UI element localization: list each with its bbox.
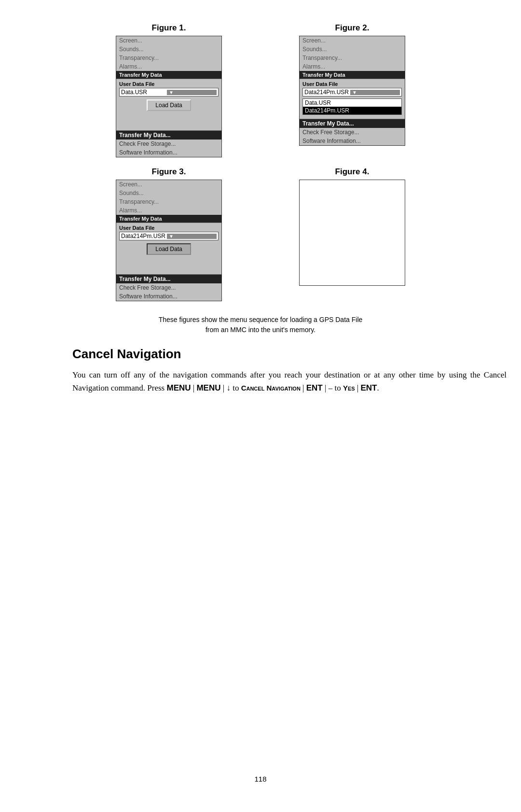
figure-4-cell: Figure 4. [260,163,444,307]
figures-caption: These figures show the menu sequence for… [77,315,444,335]
figure-3-cell: Figure 3. Screen... Sounds... Transparen… [77,163,260,307]
figure-1-menu: Screen... Sounds... Transparency... Alar… [116,36,222,157]
fig2-bottom: Transfer My Data... Check Free Storage..… [300,119,405,145]
figure-4-box [299,180,405,286]
page-number: 118 [254,756,266,783]
figure-2-menu: Screen... Sounds... Transparency... Alar… [299,36,405,146]
fig1-bottom-software[interactable]: Software Information... [116,148,221,157]
fig1-load-button[interactable]: Load Data [147,99,191,111]
figure-1-cell: Figure 1. Screen... Sounds... Transparen… [77,19,260,163]
fig2-item-transparency: Transparency... [300,54,405,62]
fig3-bottom: Transfer My Data... Check Free Storage..… [116,274,221,301]
caption-line1: These figures show the menu sequence for… [159,316,363,323]
figure-2-label: Figure 2. [335,23,370,33]
sep6: | [355,383,361,392]
cancel-nav-cmd: Cancel Navigation [241,384,301,392]
fig3-section-label: User Data File [119,225,219,231]
sep4: | [301,383,306,392]
figure-4-label: Figure 4. [335,167,370,177]
caption-line2: from an MMC into the unit's memory. [206,326,315,334]
menu-key-2: MENU [196,383,220,392]
fig3-item-alarms: Alarms... [116,206,221,215]
fig2-opt-data-usr[interactable]: Data.USR [303,99,401,107]
figure-2-cell: Figure 2. Screen... Sounds... Transparen… [260,19,444,163]
fig1-spacer [119,114,219,128]
fig2-bottom-transfer[interactable]: Transfer My Data... [300,119,405,128]
fig2-item-alarms: Alarms... [300,62,405,71]
fig2-opt-data214[interactable]: Data214Pm.USR [303,107,401,114]
fig2-header: Transfer My Data [300,71,405,79]
fig2-item-screen: Screen... [300,36,405,45]
menu-key-1: MENU [166,383,191,392]
fig3-item-sounds: Sounds... [116,189,221,197]
fig1-item-transparency: Transparency... [116,54,221,62]
figure-3-menu: Screen... Sounds... Transparency... Alar… [116,180,222,301]
sep2: | ↓ to [221,383,241,392]
fig2-item-sounds: Sounds... [300,45,405,54]
fig1-header: Transfer My Data [116,71,221,79]
ent-key-2: ENT [360,383,377,392]
figure-1-label: Figure 1. [152,23,186,33]
fig2-dropdown-value: Data214Pm.USR [304,89,350,96]
fig1-item-alarms: Alarms... [116,62,221,71]
fig3-bottom-storage[interactable]: Check Free Storage... [116,283,221,292]
fig1-dropdown-arrow[interactable]: ▼ [167,90,217,95]
fig3-bottom-transfer[interactable]: Transfer My Data... [116,275,221,283]
cancel-navigation-body: You can turn off any of the navigation c… [72,368,507,394]
fig1-dropdown[interactable]: Data.USR ▼ [119,88,219,97]
fig1-item-screen: Screen... [116,36,221,45]
fig3-load-button[interactable]: Load Data [147,243,191,255]
fig2-bottom-storage[interactable]: Check Free Storage... [300,128,405,137]
fig2-section: User Data File Data214Pm.USR ▼ Data.USR … [300,79,405,119]
figure-3-label: Figure 3. [152,167,186,177]
fig1-section-label: User Data File [119,81,219,87]
fig3-section: User Data File Data214Pm.USR ▼ Load Data [116,223,221,274]
fig3-bottom-software[interactable]: Software Information... [116,292,221,301]
fig3-dropdown-value: Data214Pm.USR [121,233,167,239]
fig1-item-sounds: Sounds... [116,45,221,54]
fig3-dropdown-arrow[interactable]: ▼ [167,234,217,239]
fig2-dropdown[interactable]: Data214Pm.USR ▼ [302,88,402,97]
fig2-bottom-software[interactable]: Software Information... [300,137,405,145]
fig3-spacer [119,258,219,272]
fig3-header: Transfer My Data [116,215,221,223]
sep1: | [191,383,197,392]
fig1-bottom-transfer[interactable]: Transfer My Data... [116,131,221,140]
fig3-item-transparency: Transparency... [116,197,221,206]
figures-grid: Figure 1. Screen... Sounds... Transparen… [77,19,444,307]
fig3-item-screen: Screen... [116,180,221,189]
ent-key-1: ENT [306,383,323,392]
body-end: . [377,383,379,392]
fig2-section-label: User Data File [302,81,402,87]
fig1-bottom-storage[interactable]: Check Free Storage... [116,140,221,148]
fig2-dropdown-arrow[interactable]: ▼ [350,90,400,95]
fig1-dropdown-value: Data.USR [121,89,167,96]
fig1-bottom: Transfer My Data... Check Free Storage..… [116,130,221,157]
fig2-dropdown-list: Data.USR Data214Pm.USR [302,98,402,115]
fig1-section: User Data File Data.USR ▼ Load Data [116,79,221,130]
sep5: | – to [323,383,343,392]
yes-cmd: Yes [343,384,355,392]
fig3-dropdown[interactable]: Data214Pm.USR ▼ [119,232,219,240]
cancel-navigation-heading: Cancel Navigation [72,347,507,362]
